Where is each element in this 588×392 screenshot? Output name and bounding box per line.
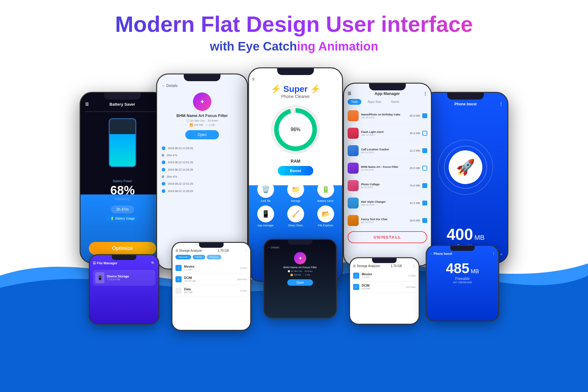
app-name-4: BHM Name Art - Focus Filter <box>361 165 407 168</box>
check-dcim[interactable]: ✓ <box>175 276 182 282</box>
battery-saver-item[interactable]: 🔋 Battery saver <box>312 181 339 202</box>
hamburger-icon-am: ☰ <box>348 91 351 96</box>
phone-boost-screen: ← Phone boost ⋮ 🚀 400 MB Fre <box>424 93 507 262</box>
small-item-size-1: 1.3 GB <box>362 276 406 279</box>
small-item-info-2: DCIM 400 MB <box>362 284 403 290</box>
open-btn-bottom[interactable]: Open <box>287 279 313 286</box>
timeline-item-3: 2019.08.22 12:51:25 <box>162 160 243 164</box>
storage-icon: 📁 <box>287 181 304 198</box>
open-app-button[interactable]: Open <box>185 130 219 139</box>
storage-item-movies: ✓ Movies 1.3 GB 3 Files <box>175 262 247 274</box>
lightning-left: ⚡ <box>270 84 281 94</box>
app-size-6: 42.3 MB <box>409 202 420 205</box>
battery-saver-icon-label: Battery saver <box>317 199 334 202</box>
battery-time-button[interactable]: 2h 47m <box>111 205 134 213</box>
hamburger-storage-s: ☰ Storage Analyzer <box>353 264 380 268</box>
app-list-item: Fancy Text For Chat jan 12,2017 28.6 MB <box>348 213 427 228</box>
file-explorer-item[interactable]: 📂 File Explorer <box>312 205 339 227</box>
storage-file-size: 7.1/13.4 GB <box>107 278 153 281</box>
storage-analyzer-screen: ☰ Storage Analyzer 1.79 GB ⋮ SDcard0 DCI… <box>172 243 250 330</box>
data-usage: ↑ 1 GB <box>206 123 215 126</box>
app-opens: 30 times <box>208 119 218 122</box>
check-small-2[interactable]: ✓ <box>353 284 359 290</box>
back-arrow-details-b[interactable]: ← Details <box>267 246 279 249</box>
data-count: 3 Files <box>240 289 247 292</box>
tab-date[interactable]: Date <box>348 99 361 105</box>
details-bottom-header: ← Details <box>267 246 333 249</box>
dcim-count: 254 Files <box>237 278 247 281</box>
timeline-dot-7 <box>162 189 165 193</box>
app-icon: ✦ <box>193 92 211 111</box>
app-checkbox-5[interactable] <box>422 183 427 188</box>
battery-usage-button[interactable]: 🔋 Battery Usage <box>106 215 139 222</box>
search-icon-fm: 🔍 <box>151 261 155 265</box>
freeable-sub: 497 MB/963MB <box>446 281 479 284</box>
app-name: BHM Name Art Focus Filter <box>162 113 243 118</box>
more-icon-cleaner: ⋮ <box>336 77 339 81</box>
page-header: Modern Flat Design User interface with E… <box>0 0 588 59</box>
cleaner-header: ☰ ⋮ <box>252 77 339 81</box>
file-manager-screen: ☰ File Manager 🔍 📱 Device Storage 7.1/13… <box>90 255 158 324</box>
app-icon-4 <box>348 163 359 174</box>
app-checkbox-6[interactable] <box>422 201 427 205</box>
storage-small-screen: ☰ Storage Analyzer 1.70 GB ⋮ ✓ Movies 1.… <box>350 258 419 324</box>
app-size-2: 35.4 MB <box>409 132 420 135</box>
app-list-item: Call Location Tracker feb 14,2014 22.2 M… <box>348 143 427 158</box>
check-movies[interactable]: ✓ <box>175 265 182 271</box>
file-manager-header: ☰ File Manager 🔍 <box>93 261 155 265</box>
tab-apps-size[interactable]: Apps Size <box>364 99 385 105</box>
battery-saver-screen: ☰ Battery Saver ⋮ Battery Power 68% Rema… <box>81 93 164 262</box>
phone-boost: ← Phone boost ⋮ 🚀 400 MB Fre <box>423 92 508 263</box>
breadcrumb-sdcard[interactable]: SDcard0 <box>175 255 191 259</box>
deep-clean-item[interactable]: 🧹 Deep Clean <box>282 205 309 227</box>
storage-item-bottom: 📱 Device Storage 7.1/13.4 GB <box>93 270 155 286</box>
app-checkbox-1[interactable] <box>422 113 427 118</box>
app-date-3: feb 14,2014 <box>361 151 407 154</box>
boost-button[interactable]: Boost <box>278 166 314 175</box>
app-info-6: Hair Style Changer sep 16,2016 <box>361 200 407 206</box>
storage-item[interactable]: 📁 Storage <box>282 181 309 202</box>
check-small-1[interactable]: ✓ <box>353 273 359 279</box>
back-arrow-icon[interactable]: ← Details <box>162 84 178 88</box>
uninstall-button[interactable]: UNINSTALL <box>348 231 427 243</box>
breadcrumb-dcim[interactable]: DCIM <box>193 255 205 259</box>
junk-file-item[interactable]: 🗑️ Junk file <box>252 181 279 202</box>
battery-body <box>109 118 136 167</box>
app-checkbox-3[interactable] <box>422 148 427 153</box>
phone-battery-saver: ☰ Battery Saver ⋮ Battery Power 68% Rema… <box>80 92 165 263</box>
details-header: ← Details <box>162 84 243 88</box>
timeline-duration-1: 25m 47s <box>167 154 177 157</box>
app-manager-screen: ☰ App Manager ⋮ Date Apps Size Name Name… <box>344 84 431 266</box>
app-manager-item[interactable]: 📱 App manager <box>252 205 279 227</box>
hamburger-icon-sa: ☰ Storage Analyzer <box>175 249 202 252</box>
small-item-name-2: DCIM <box>362 284 403 287</box>
boost-circle-mid: 🚀 <box>444 146 487 189</box>
storage-file-icon: 📱 <box>95 272 104 283</box>
timeline-item-1: 2019.08.22 12:26:25 <box>162 146 243 150</box>
file-explorer-label: File Explorer <box>318 224 334 227</box>
subtitle: with Eye Catching Animation <box>6 40 582 53</box>
phone-boost-bottom: ← Phone boost ⋮ 485 MB Freeable 497 MB/9… <box>426 245 499 322</box>
tab-name[interactable]: Name <box>387 99 403 105</box>
check-data[interactable] <box>175 288 182 294</box>
timeline-item-6: 2019.08.22 12:51:25 <box>162 182 243 186</box>
data-folder-size: 687 MB <box>184 291 237 294</box>
app-data-stats: 📶 238 MB ↑ 1 GB <box>162 123 243 126</box>
app-list-item: Name/Photo on birthday Cake sep 09,2016 … <box>348 108 427 123</box>
small-count-1: 3 Files <box>408 274 416 277</box>
movies-info: Movies 1.3 GB <box>184 265 237 271</box>
file-explorer-icon: 📂 <box>317 205 334 222</box>
data-folder-name: Data <box>184 288 237 291</box>
app-checkbox-2[interactable] <box>422 131 427 136</box>
app-checkbox-4[interactable] <box>422 166 427 171</box>
more-icon-am: ⋮ <box>423 91 427 96</box>
app-icon-6 <box>348 198 359 209</box>
app-name-7: Fancy Text For Chat <box>361 218 407 221</box>
deep-clean-icon: 🧹 <box>287 205 304 222</box>
cleaner-subtitle: Phone Cleaner <box>270 94 321 99</box>
app-size-1: 65.9 MB <box>409 114 420 117</box>
breadcrumb-pictures[interactable]: Pictures <box>207 255 222 259</box>
details-bottom-screen: ← Details ✦ BHM Name Art Focus Filter 🕐 … <box>264 240 336 318</box>
more-icon-ss: ⋮ <box>413 264 416 268</box>
app-checkbox-7[interactable] <box>422 218 427 223</box>
